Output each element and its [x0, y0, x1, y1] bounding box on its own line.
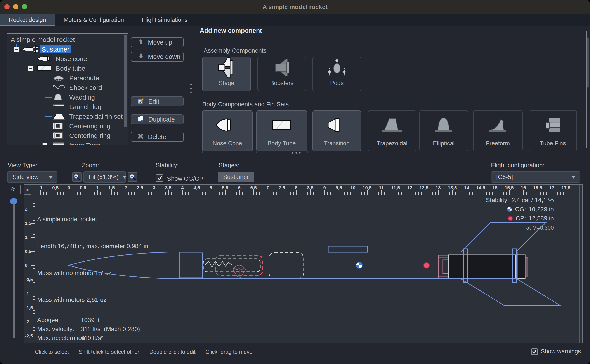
tree-root-item[interactable]: A simple model rocket	[11, 35, 75, 44]
app-window: A simple model rocket Rocket designMotor…	[0, 0, 590, 364]
magnifier-plus-icon	[129, 174, 136, 181]
tree-item-inner-tube[interactable]: Inner Tube	[7, 141, 128, 145]
tree-item-label[interactable]: Centering ring	[67, 132, 112, 140]
fin-bottom-outline[interactable]	[461, 279, 560, 306]
parachute-glyph[interactable]	[233, 265, 246, 279]
show-warnings-checkbox[interactable]	[531, 348, 538, 355]
tree-expand-toggle[interactable]	[28, 66, 33, 71]
centering-ring-icon	[52, 122, 64, 130]
tree-item-label[interactable]: Wadding	[67, 93, 97, 102]
tree-item-nose-cone[interactable]: Nose cone	[7, 55, 128, 63]
tree-item-parachute[interactable]: Parachute	[7, 74, 128, 83]
flight-config-select[interactable]: [C6-5]	[491, 171, 580, 183]
duplicate-icon	[137, 115, 144, 124]
tree-item-shock-cord[interactable]: Shock cord	[7, 83, 128, 92]
shock-cord-line[interactable]	[205, 261, 232, 267]
transition-lg-icon	[322, 114, 351, 137]
tree-item-label[interactable]: Sustainer	[40, 45, 71, 53]
show-cgcp-checkbox[interactable]	[156, 174, 163, 182]
add-elliptical-button[interactable]: Elliptical	[419, 110, 468, 151]
cg-line: CG: 10,229 in	[486, 205, 554, 214]
add-pods-button[interactable]: Pods	[313, 57, 361, 91]
motor-outline[interactable]	[449, 255, 525, 279]
stage-toggle-sustainer[interactable]: Sustainer	[218, 171, 254, 182]
view-type-select[interactable]: Side view	[7, 171, 57, 183]
rotation-slider-knob[interactable]	[10, 198, 18, 204]
edit-button[interactable]: Edit	[131, 97, 184, 106]
tree-connector	[45, 136, 52, 136]
wadding-outline[interactable]	[269, 253, 304, 279]
shock-cord-outline[interactable]	[203, 259, 260, 272]
tree-item-label[interactable]: Parachute	[67, 74, 101, 82]
zoom-out-button[interactable]	[72, 172, 82, 182]
add-component-group: Add new component Assembly ComponentsSta…	[194, 31, 586, 148]
tab-rocket-design[interactable]: Rocket design	[0, 14, 55, 26]
hint-text: Click to select	[35, 349, 69, 355]
hint-text: Double-click to edit	[149, 349, 195, 355]
component-button-label: Elliptical	[433, 140, 455, 147]
tree-item-wadding[interactable]: Wadding	[7, 93, 128, 102]
tree-connector	[45, 87, 52, 88]
tree-item-label[interactable]: Centering ring	[67, 122, 112, 130]
tab-motors-configuration[interactable]: Motors & Configuration	[55, 14, 133, 26]
launch-lug-icon	[52, 103, 66, 108]
launch-lug-outline[interactable]	[328, 246, 367, 252]
body-tube-icon	[36, 64, 52, 72]
rocket-info-block: A simple model rocket Length 16,748 in, …	[37, 197, 148, 322]
tree-item-body-tube[interactable]: Body tube	[7, 64, 128, 73]
add-nose-cone-button[interactable]: Nose Cone	[202, 110, 253, 151]
vertical-splitter-handle[interactable]	[292, 152, 301, 154]
delete-button[interactable]: Delete	[131, 132, 184, 142]
add-tube-fins-button[interactable]: Tube Fins	[529, 110, 577, 151]
tree-item-centering-ring[interactable]: Centering ring	[7, 131, 128, 140]
flight-config-value: [C6-5]	[491, 174, 571, 181]
tree-item-centering-ring[interactable]: Centering ring	[7, 122, 128, 130]
section-label: Assembly Components	[204, 47, 267, 54]
rocket-mass-motors-line: Mass with motors 2,51 oz	[37, 295, 148, 304]
nose-shoulder-outline[interactable]	[180, 253, 202, 278]
zoom-level-select[interactable]: Fit (51,3%)	[83, 171, 126, 183]
tab-flight-simulations[interactable]: Flight simulations	[133, 14, 196, 26]
component-button-label: Trapezoidal	[377, 140, 407, 147]
add-body-tube-button[interactable]: Body Tube	[256, 110, 307, 151]
tree-item-label[interactable]: Launch lug	[67, 103, 103, 111]
add-component-scrollbar[interactable]	[586, 37, 589, 87]
cp-icon	[507, 216, 513, 221]
canvas-scrollbar[interactable]	[579, 185, 579, 343]
add-transition-button[interactable]: Transition	[313, 110, 361, 151]
view-type-label: View Type:	[8, 162, 37, 169]
panel-splitter-handle[interactable]	[190, 84, 192, 93]
velocity-label: Max. velocity:	[37, 325, 81, 333]
add-freeform-button[interactable]: Freeform	[473, 110, 523, 151]
tree-scrollbar[interactable]	[124, 35, 127, 127]
tree-item-trapezoidal-fin-set[interactable]: Trapezoidal fin set	[7, 112, 128, 121]
move-down-button[interactable]: Move down	[131, 52, 184, 62]
tree-item-label[interactable]: Body tube	[54, 64, 87, 73]
fin-elliptical-lg-icon	[430, 114, 458, 137]
move-up-button[interactable]: Move up	[131, 37, 184, 47]
tree-item-label[interactable]: Inner Tube	[67, 141, 102, 145]
cg-value: 10,229 in	[529, 205, 554, 214]
tree-connector	[45, 97, 52, 98]
tree-item-label[interactable]: Shock cord	[67, 84, 104, 92]
tree-item-launch-lug[interactable]: Launch lug	[7, 103, 128, 111]
tree-item-label[interactable]: Trapezoidal fin set	[67, 112, 124, 121]
tree-item-label[interactable]: Nose cone	[54, 55, 89, 63]
add-stage-button[interactable]: Stage	[202, 57, 251, 91]
rotation-slider-track[interactable]	[13, 200, 15, 338]
add-boosters-button[interactable]: Boosters	[257, 57, 306, 91]
rocket-canvas[interactable]: in -1-0,500,511,522,533,544,555,566,577,…	[24, 184, 583, 344]
mach-note: at M=0,300	[486, 223, 554, 232]
duplicate-button[interactable]: Duplicate	[131, 114, 184, 124]
tree-expand-toggle[interactable]	[14, 47, 19, 52]
cp-marker	[424, 262, 429, 268]
hint-text: Shift+click to select other	[79, 349, 139, 355]
button-label: Move down	[148, 53, 180, 60]
flight-stats-block: Apogee:1039 ft Max. velocity:311 ft/s (M…	[37, 316, 140, 342]
next-row-button-sliver[interactable]	[202, 150, 254, 153]
tree-connector	[31, 54, 31, 66]
zoom-in-button[interactable]	[128, 172, 137, 182]
stage-icon	[214, 56, 240, 81]
add-trapezoidal-button[interactable]: Trapezoidal	[368, 110, 416, 151]
component-button-label: Nose Cone	[213, 140, 242, 147]
